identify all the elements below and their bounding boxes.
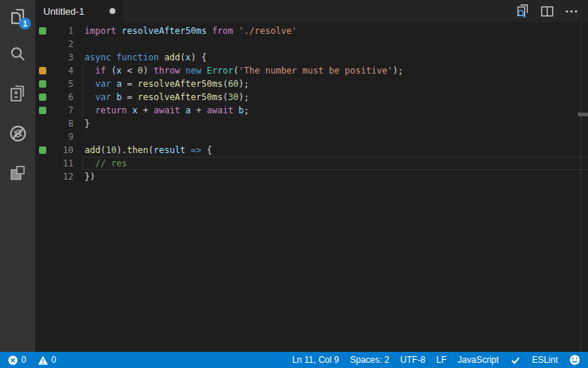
sidebar-item-source-control[interactable] [0, 74, 35, 113]
indent-guide [82, 64, 83, 117]
code-line[interactable]: 10add(10).then(result => { [35, 144, 588, 157]
error-count: 0 [21, 355, 26, 365]
search-icon [8, 44, 27, 63]
status-bar: 0 0 Ln 11, Col 9 Spaces: 2 UTF-8 LF Java… [0, 352, 588, 368]
line-number: 3 [46, 51, 74, 64]
gutter-spacer [39, 133, 46, 141]
sidebar-item-extensions[interactable] [0, 153, 35, 193]
smiley-icon [569, 354, 581, 366]
tab-bar: Untitled-1 [35, 0, 588, 22]
editor-actions [514, 0, 588, 22]
problems-errors[interactable]: 0 [7, 355, 26, 366]
tab-label: Untitled-1 [43, 6, 110, 17]
extensions-icon [8, 163, 27, 183]
error-icon [7, 355, 18, 366]
green-gutter-marker [39, 80, 46, 88]
current-line-highlight [82, 157, 588, 170]
eslint-status[interactable]: ESLint [532, 355, 558, 365]
vscode-window: 1 [0, 0, 588, 368]
open-preview-icon[interactable] [514, 3, 531, 19]
green-gutter-marker [39, 27, 46, 35]
code-text: return x + await a + await b; [85, 104, 249, 117]
green-gutter-marker [39, 107, 46, 114]
line-number: 1 [46, 24, 74, 38]
problems-warnings[interactable]: 0 [37, 355, 57, 366]
overview-ruler-border [581, 22, 581, 352]
gutter-spacer [39, 160, 46, 167]
line-number: 6 [46, 91, 74, 104]
source-control-icon [8, 84, 27, 103]
code-line[interactable]: 3async function add(x) { [35, 51, 588, 64]
line-number: 5 [46, 77, 74, 91]
code-line[interactable]: 1import resolveAfter50ms from './resolve… [35, 24, 588, 38]
line-number: 11 [46, 157, 74, 170]
code-line[interactable]: 2 [35, 38, 588, 51]
line-number: 12 [46, 170, 74, 183]
gutter-spacer [39, 40, 46, 48]
orange-gutter-marker [39, 67, 46, 74]
code-text: } [85, 117, 90, 130]
gutter-spacer [39, 173, 46, 180]
language-mode[interactable]: JavaScript [458, 355, 499, 365]
line-number: 7 [46, 104, 74, 117]
unsaved-changes-dot[interactable] [110, 8, 115, 14]
code-editor[interactable]: 1import resolveAfter50ms from './resolve… [35, 22, 588, 352]
green-gutter-marker [39, 93, 46, 101]
code-text: if (x < 0) throw new Error('The number m… [85, 64, 404, 77]
indentation-setting[interactable]: Spaces: 2 [350, 355, 389, 365]
code-line[interactable]: 4 if (x < 0) throw new Error('The number… [35, 64, 588, 77]
sidebar-item-debug[interactable] [0, 113, 35, 153]
code-line[interactable]: 6 var b = resolveAfter50ms(30); [35, 91, 588, 104]
code-line[interactable]: 5 var a = resolveAfter50ms(60); [35, 77, 588, 91]
line-number: 2 [46, 38, 74, 51]
line-number: 9 [46, 130, 74, 144]
tab-untitled-1[interactable]: Untitled-1 [35, 0, 123, 22]
line-number: 10 [46, 144, 74, 157]
gutter-spacer [39, 120, 46, 127]
cursor-position[interactable]: Ln 11, Col 9 [292, 355, 339, 365]
code-line[interactable]: 12}) [35, 170, 588, 183]
overview-ruler-marker [578, 113, 588, 116]
code-line[interactable]: 7 return x + await a + await b; [35, 104, 588, 117]
line-number: 8 [46, 117, 74, 130]
gutter-spacer [39, 54, 46, 61]
sidebar-item-search[interactable] [0, 34, 35, 74]
eol-setting[interactable]: LF [437, 355, 447, 365]
code-text: var a = resolveAfter50ms(60); [85, 77, 249, 91]
code-text: add(10).then(result => { [85, 144, 212, 157]
warning-icon [37, 355, 49, 366]
sidebar-item-explorer[interactable]: 1 [0, 0, 35, 34]
check-icon [510, 355, 521, 366]
split-editor-icon[interactable] [539, 4, 555, 19]
code-text: import resolveAfter50ms from './resolve' [85, 24, 297, 38]
code-line[interactable]: 8} [35, 117, 588, 130]
code-text: var b = resolveAfter50ms(30); [85, 91, 249, 104]
more-actions-icon[interactable] [564, 4, 579, 19]
code-text: }) [85, 170, 95, 183]
explorer-badge: 1 [19, 18, 31, 29]
feedback[interactable] [569, 354, 581, 366]
warning-count: 0 [51, 355, 57, 365]
line-number: 4 [46, 64, 74, 77]
debug-icon [8, 124, 28, 144]
green-gutter-marker [39, 146, 46, 154]
code-line[interactable]: 9 [35, 130, 588, 144]
encoding-setting[interactable]: UTF-8 [401, 355, 426, 365]
code-text: async function add(x) { [85, 51, 207, 64]
formatter-status[interactable] [510, 355, 521, 366]
activity-bar: 1 [0, 0, 35, 352]
